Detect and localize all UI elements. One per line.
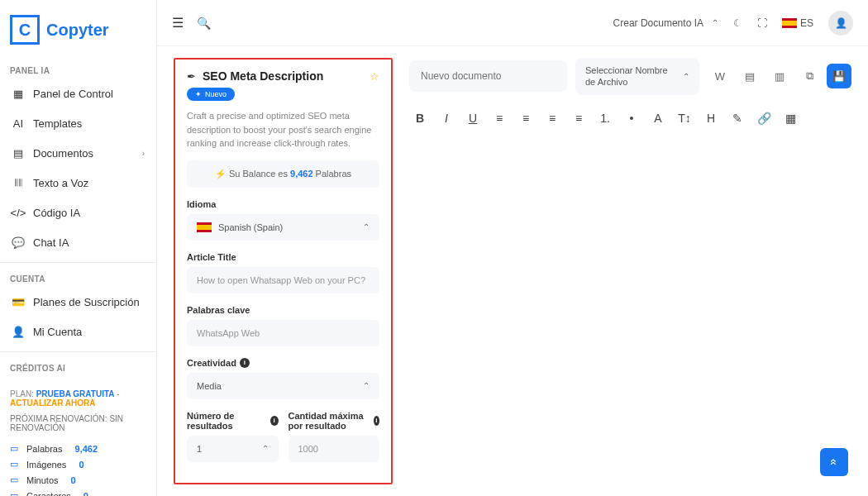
avatar[interactable]: 👤 bbox=[828, 11, 853, 36]
templates-icon: AI bbox=[12, 117, 25, 130]
info-icon[interactable]: i bbox=[240, 358, 250, 368]
nav-planes[interactable]: 💳Planes de Suscripción bbox=[0, 287, 156, 317]
export-word-icon[interactable]: W bbox=[708, 64, 732, 88]
create-doc-button[interactable]: Crear Documento IA ⌃ bbox=[613, 17, 718, 29]
chevron-up-icon: ⌃ bbox=[712, 18, 718, 27]
align-center-icon[interactable]: ≡ bbox=[518, 112, 533, 125]
file-name-select[interactable]: Seleccionar Nombre de Archivo ⌃ bbox=[575, 58, 699, 95]
keywords-input[interactable]: WhatsApp Web bbox=[187, 320, 379, 346]
logo-icon: C bbox=[10, 15, 40, 45]
stat-caracteres: ▭Caracteres 0 bbox=[0, 488, 156, 496]
documents-icon: ▤ bbox=[12, 146, 25, 160]
feather-icon: ✒ bbox=[187, 70, 196, 83]
chevron-up-icon: ⌃ bbox=[363, 381, 370, 390]
label-keywords: Palabras clave bbox=[187, 305, 379, 315]
nav-texto-voz[interactable]: ⦀⦀Texto a Voz bbox=[0, 168, 156, 198]
nav-label: Código IA bbox=[33, 207, 80, 219]
num-results-select[interactable]: 1 ⌃ bbox=[187, 436, 279, 462]
nav-codigo-ia[interactable]: </>Código IA bbox=[0, 198, 156, 227]
sidebar: C Copyter PANEL IA ▦Panel de Control AIT… bbox=[0, 0, 157, 496]
flag-es-icon bbox=[197, 222, 212, 232]
nav-documentos[interactable]: ▤Documentos› bbox=[0, 138, 156, 168]
label-creativity: Creatividadi bbox=[187, 358, 379, 368]
highlight-icon[interactable]: ✎ bbox=[730, 112, 745, 125]
chevron-up-icon: ⌃ bbox=[363, 222, 370, 231]
editor-content[interactable] bbox=[409, 135, 851, 484]
copy-icon[interactable]: ⧉ bbox=[797, 64, 822, 88]
menu-toggle-icon[interactable]: ☰ bbox=[172, 15, 184, 31]
subscription-icon: 💳 bbox=[12, 295, 25, 308]
editor-toolbar: B I U ≡ ≡ ≡ ≡ 1. • A T↕ H ✎ 🔗 ▦ bbox=[409, 102, 851, 135]
words-icon: ▭ bbox=[10, 443, 21, 454]
code-icon: </> bbox=[12, 206, 25, 219]
nav-label: Mi Cuenta bbox=[33, 326, 82, 338]
renewal-line: PRÓXIMA RENOVACIÓN: SIN RENOVACIÓN bbox=[10, 414, 146, 432]
template-description: Craft a precise and optimized SEO meta d… bbox=[187, 109, 379, 150]
editor-panel: Seleccionar Nombre de Archivo ⌃ W ▤ ▥ ⧉ … bbox=[409, 58, 851, 484]
align-justify-icon[interactable]: ≡ bbox=[571, 112, 586, 125]
document-name-input[interactable] bbox=[409, 60, 567, 92]
export-pdf-icon[interactable]: ▤ bbox=[737, 64, 762, 88]
topbar: ☰ 🔍 Crear Documento IA ⌃ ☾ ⛶ ES 👤 bbox=[157, 0, 868, 46]
creativity-select[interactable]: Media ⌃ bbox=[187, 373, 379, 399]
upgrade-link[interactable]: ACTUALIZAR AHORA bbox=[10, 398, 96, 408]
favorite-star-icon[interactable]: ☆ bbox=[370, 70, 379, 83]
template-form-panel: ✒ SEO Meta Description ☆ ✦ Nuevo Craft a… bbox=[174, 58, 393, 484]
dashboard-icon: ▦ bbox=[12, 87, 25, 100]
chat-icon: 💬 bbox=[12, 236, 25, 249]
unordered-list-icon[interactable]: • bbox=[624, 112, 639, 125]
theme-toggle-icon[interactable]: ☾ bbox=[733, 17, 742, 29]
ordered-list-icon[interactable]: 1. bbox=[598, 112, 613, 125]
align-right-icon[interactable]: ≡ bbox=[545, 112, 560, 125]
balance-box: ⚡ Su Balance es 9,462 Palabras bbox=[187, 160, 379, 188]
info-icon[interactable]: i bbox=[270, 416, 279, 426]
template-title: SEO Meta Description bbox=[203, 69, 323, 83]
workspace: ✒ SEO Meta Description ☆ ✦ Nuevo Craft a… bbox=[157, 46, 868, 496]
plan-name[interactable]: PRUEBA GRATUITA bbox=[36, 389, 115, 398]
export-txt-icon[interactable]: ▥ bbox=[767, 64, 792, 88]
nav-mi-cuenta[interactable]: 👤Mi Cuenta bbox=[0, 317, 156, 346]
images-icon: ▭ bbox=[10, 459, 21, 470]
section-credits: CRÉDITOS AI bbox=[0, 357, 156, 376]
chars-icon: ▭ bbox=[10, 490, 21, 496]
section-cuenta: CUENTA bbox=[0, 268, 156, 287]
font-size-icon[interactable]: T↕ bbox=[677, 112, 692, 125]
save-button[interactable]: 💾 bbox=[827, 64, 851, 88]
logo[interactable]: C Copyter bbox=[0, 8, 156, 60]
table-icon[interactable]: ▦ bbox=[783, 112, 798, 125]
flag-es-icon bbox=[782, 18, 797, 28]
chevron-right-icon: › bbox=[142, 149, 145, 158]
stat-palabras: ▭Palabras 9,462 bbox=[0, 441, 156, 456]
bolt-icon: ⚡ bbox=[215, 169, 227, 179]
language-select[interactable]: Spanish (Spain) ⌃ bbox=[187, 214, 379, 241]
link-icon[interactable]: 🔗 bbox=[756, 112, 771, 125]
info-icon[interactable]: i bbox=[374, 416, 379, 426]
underline-icon[interactable]: U bbox=[465, 112, 480, 125]
align-left-icon[interactable]: ≡ bbox=[492, 112, 507, 125]
nav-label: Chat IA bbox=[33, 236, 69, 249]
stat-minutos: ▭Minutos 0 bbox=[0, 472, 156, 488]
plan-line: PLAN: PRUEBA GRATUITA - ACTUALIZAR AHORA bbox=[10, 389, 146, 408]
article-title-input[interactable]: How to open Whatsapp Web on your PC? bbox=[187, 267, 379, 293]
chevron-up-icon: ⌃ bbox=[262, 444, 269, 453]
account-icon: 👤 bbox=[12, 325, 25, 338]
bold-icon[interactable]: B bbox=[413, 112, 427, 125]
italic-icon[interactable]: I bbox=[439, 112, 454, 125]
audio-icon: ⦀⦀ bbox=[12, 176, 25, 189]
heading-icon[interactable]: H bbox=[703, 112, 718, 125]
font-icon[interactable]: A bbox=[651, 112, 665, 125]
chevron-up-icon: ⌃ bbox=[683, 71, 689, 82]
fullscreen-icon[interactable]: ⛶ bbox=[757, 17, 767, 29]
language-switch[interactable]: ES bbox=[782, 17, 813, 29]
nav-label: Documentos bbox=[33, 147, 93, 160]
scroll-top-button[interactable]: « bbox=[820, 448, 848, 476]
main: ☰ 🔍 Crear Documento IA ⌃ ☾ ⛶ ES 👤 ✒ SEO … bbox=[157, 0, 868, 496]
nav-panel-control[interactable]: ▦Panel de Control bbox=[0, 79, 156, 108]
section-panel-ia: PANEL IA bbox=[0, 60, 156, 79]
label-language: Idioma bbox=[187, 199, 379, 209]
nav-label: Templates bbox=[33, 117, 82, 130]
nav-templates[interactable]: AITemplates bbox=[0, 108, 156, 138]
nav-chat-ia[interactable]: 💬Chat IA bbox=[0, 227, 156, 257]
max-per-result-input[interactable]: 1000 bbox=[289, 436, 380, 462]
search-icon[interactable]: 🔍 bbox=[197, 17, 211, 30]
